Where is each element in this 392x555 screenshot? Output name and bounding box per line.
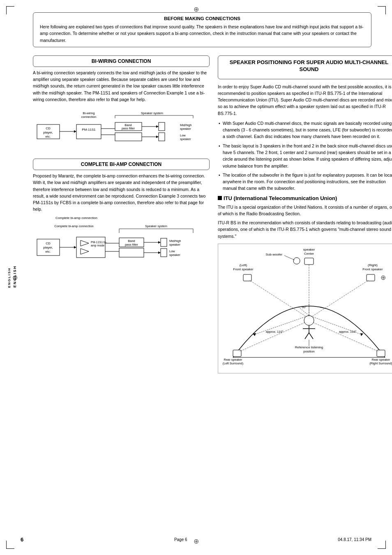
speaker-diagram-container: Sub-woofer Center speaker Front speaker … (218, 244, 392, 373)
speaker-positioning-title: SPEAKER POSITIONING FOR SUPER AUDIO MULT… (223, 59, 392, 73)
svg-line-94 (249, 280, 306, 316)
footer-right: 04.8.17, 11:34 PM (338, 537, 371, 542)
svg-text:Sub-woofer: Sub-woofer (266, 253, 283, 256)
svg-line-78 (305, 333, 309, 339)
svg-marker-50 (158, 251, 161, 254)
svg-marker-35 (74, 246, 76, 249)
svg-text:Reference listening: Reference listening (295, 345, 323, 349)
svg-text:Speaker system: Speaker system (141, 111, 163, 115)
svg-rect-36 (76, 237, 105, 258)
svg-rect-18 (159, 122, 165, 131)
footer-center: Page 6 (174, 537, 187, 542)
itu-body2: ITU-R BS in the recommendation which con… (218, 219, 392, 240)
svg-text:(Right Surround): (Right Surround) (369, 362, 392, 365)
svg-marker-48 (158, 241, 161, 244)
svg-text:player,: player, (43, 131, 53, 134)
svg-text:speaker: speaker (169, 243, 180, 246)
svg-text:Complete bi-amp connection: Complete bi-amp connection (54, 224, 93, 228)
svg-rect-13 (115, 133, 142, 141)
svg-text:etc.: etc. (46, 250, 51, 253)
svg-point-63 (293, 258, 300, 264)
svg-text:connection: connection (81, 115, 96, 119)
left-column: BI-WIRING CONNECTION A bi-wiring connect… (33, 55, 210, 373)
svg-text:pass filter: pass filter (122, 127, 135, 130)
main-two-col: BI-WIRING CONNECTION A bi-wiring connect… (33, 55, 376, 373)
before-connections-title: BEFORE MAKING CONNECTIONS (40, 16, 364, 21)
page-footer: 6 Page 6 04.8.17, 11:34 PM (0, 537, 392, 543)
svg-rect-66 (304, 258, 314, 265)
svg-rect-91 (377, 350, 385, 357)
svg-marker-85 (253, 333, 256, 336)
biamp-section: COMPLETE BI-AMP CONNECTION (33, 159, 210, 170)
corner-mark-tr (378, 6, 386, 14)
biamp-svg: CD player, etc. PM-11S1 bi- amp mode (33, 221, 205, 274)
svg-text:CD: CD (46, 127, 51, 130)
page-container: ⊕ ⊕ ⊕ ⊕ ENGLISH ENGLISH BEFORE MAKING CO… (0, 0, 392, 555)
itu-title-text: ITU (International Telecommunication Uni… (224, 195, 337, 201)
biamp-diagram: Complete bi-amp connection CD player, et… (33, 216, 210, 278)
side-cross-right: ⊕ (380, 274, 386, 281)
svg-rect-21 (159, 133, 165, 141)
svg-text:(Right): (Right) (368, 263, 378, 267)
svg-text:PM-11S1: PM-11S1 (82, 128, 96, 131)
svg-text:position: position (303, 350, 315, 353)
svg-marker-87 (360, 333, 363, 336)
svg-rect-72 (367, 274, 375, 281)
svg-text:Rear speaker: Rear speaker (224, 358, 242, 362)
svg-marker-15 (156, 125, 159, 128)
svg-text:Mid/high: Mid/high (180, 123, 191, 127)
svg-marker-5 (74, 130, 76, 133)
svg-rect-46 (119, 248, 144, 257)
svg-rect-6 (76, 124, 101, 139)
speaker-diagram-svg: Sub-woofer Center speaker Front speaker … (221, 246, 392, 370)
svg-text:approx. 110°: approx. 110° (339, 330, 357, 334)
svg-text:Mid/high: Mid/high (169, 239, 181, 243)
svg-text:Bi-wiring: Bi-wiring (83, 111, 95, 115)
sidebar-english-inner: ENGLISH (13, 265, 17, 288)
svg-text:Low: Low (180, 134, 186, 137)
svg-line-79 (309, 333, 313, 339)
biwiring-section: BI-WIRING CONNECTION (33, 55, 210, 67)
svg-point-75 (304, 315, 314, 325)
bullet-2: The basic layout is 3 speakers in the fr… (218, 143, 392, 169)
svg-text:PM-11S1 bi-: PM-11S1 bi- (91, 241, 107, 244)
biwiring-title: BI-WIRING CONNECTION (38, 58, 204, 64)
svg-text:approx. 110°: approx. 110° (266, 330, 284, 334)
speaker-positioning-section: SPEAKER POSITIONING FOR SUPER AUDIO MULT… (218, 55, 392, 79)
svg-text:amp mode: amp mode (91, 244, 104, 247)
svg-text:Front speaker: Front speaker (233, 267, 254, 271)
svg-text:speaker: speaker (180, 127, 191, 131)
biwiring-body: A bi-wiring connection separately connec… (33, 69, 210, 103)
itu-title: ITU (International Telecommunication Uni… (218, 195, 392, 201)
center-cross-top: ⊕ (194, 6, 199, 13)
svg-line-95 (312, 280, 369, 316)
svg-rect-51 (161, 238, 167, 246)
speaker-positioning-body1: In order to enjoy Super Audio CD multi-c… (218, 83, 392, 117)
biwiring-svg: CD player, etc. PM-11S1 Band pass filter (33, 106, 205, 155)
svg-rect-69 (243, 274, 251, 281)
svg-text:CD: CD (46, 242, 51, 245)
svg-text:speaker: speaker (303, 248, 315, 251)
svg-text:(Left Surround): (Left Surround) (223, 362, 244, 365)
svg-text:speaker: speaker (169, 253, 180, 257)
svg-marker-17 (156, 136, 159, 138)
svg-text:Speaker system: Speaker system (145, 224, 167, 228)
page-number: 6 (21, 537, 23, 543)
right-column: SPEAKER POSITIONING FOR SUPER AUDIO MULT… (218, 55, 392, 373)
before-connections-section: BEFORE MAKING CONNECTIONS Here following… (33, 12, 371, 47)
svg-text:(Left): (Left) (240, 263, 247, 267)
svg-text:etc.: etc. (46, 135, 51, 138)
biamp-diagram-label: Complete bi-amp connection (55, 216, 210, 220)
itu-bullet-square (218, 196, 222, 200)
svg-marker-37 (81, 240, 89, 246)
svg-text:Band: Band (128, 239, 135, 243)
svg-text:speaker: speaker (180, 137, 191, 141)
svg-text:player,: player, (43, 246, 53, 249)
svg-marker-38 (81, 249, 89, 254)
corner-mark-tl (6, 6, 14, 14)
svg-text:Low: Low (169, 249, 175, 253)
svg-line-65 (284, 256, 295, 260)
svg-text:pass filter: pass filter (125, 243, 138, 246)
itu-section: ITU (International Telecommunication Uni… (218, 195, 392, 240)
svg-text:60°: 60° (302, 305, 307, 309)
